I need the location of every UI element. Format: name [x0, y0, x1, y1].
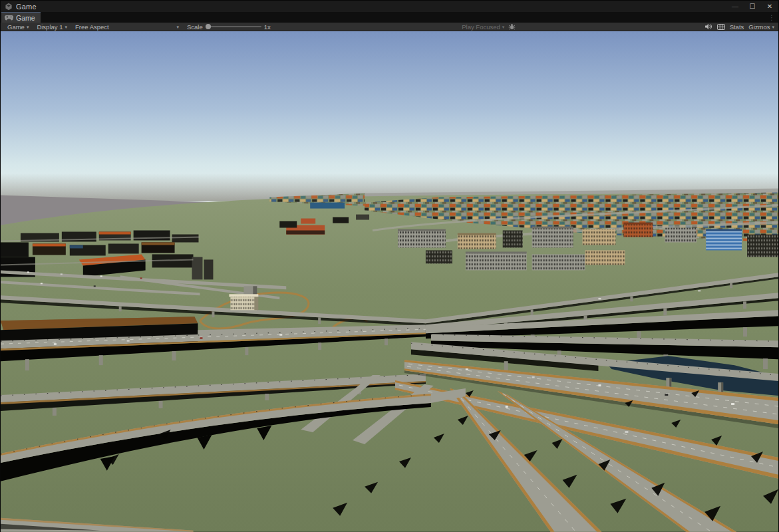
- chevron-down-icon: ▾: [772, 25, 774, 29]
- city-scene: [1, 31, 778, 532]
- tab-game[interactable]: Game: [1, 12, 41, 23]
- bug-icon[interactable]: [508, 23, 516, 31]
- chevron-down-icon: ▾: [502, 25, 505, 29]
- mute-audio-icon[interactable]: [704, 23, 712, 30]
- gizmos-dropdown[interactable]: Gizmos ▾: [748, 23, 774, 31]
- tab-label: Game: [16, 14, 35, 22]
- window-titlebar: Game — ☐ ✕: [1, 1, 778, 12]
- chevron-down-icon: ▾: [27, 25, 29, 29]
- window-title: Game: [16, 3, 37, 11]
- game-render-viewport[interactable]: [1, 31, 778, 532]
- grid-icon[interactable]: [717, 24, 725, 30]
- scale-slider[interactable]: [206, 26, 261, 27]
- stats-button[interactable]: Stats: [730, 23, 744, 31]
- maximize-button[interactable]: ☐: [744, 1, 761, 12]
- minimize-button[interactable]: —: [726, 1, 744, 12]
- scale-label: Scale: [187, 23, 203, 31]
- play-focused-dropdown[interactable]: Play Focused ▾: [458, 23, 508, 31]
- window-controls: — ☐ ✕: [726, 1, 778, 12]
- scale-slider-knob[interactable]: [206, 24, 211, 29]
- game-mode-dropdown[interactable]: Game ▾: [3, 23, 33, 31]
- scale-control: Scale 1x: [183, 23, 275, 31]
- display-dropdown[interactable]: Display 1 ▾: [33, 23, 71, 31]
- scale-value: 1x: [264, 23, 271, 31]
- aspect-ratio-dropdown[interactable]: Free Aspect ▾: [71, 23, 183, 31]
- gamepad-icon: [5, 15, 13, 21]
- unity-game-window: Game — ☐ ✕ Game ⋮ Game ▾ Display 1 ▾ Fre…: [0, 0, 779, 532]
- chevron-down-icon: ▾: [176, 25, 179, 29]
- tab-overflow-menu-icon[interactable]: ⋮: [765, 12, 778, 23]
- toolbar-right-group: Stats Gizmos ▾: [704, 23, 776, 31]
- chevron-down-icon: ▾: [65, 25, 67, 29]
- tab-bar: Game ⋮: [1, 12, 778, 23]
- game-view-toolbar: Game ▾ Display 1 ▾ Free Aspect ▾ Scale 1…: [1, 23, 778, 31]
- unity-logo-icon: [3, 2, 14, 11]
- close-button[interactable]: ✕: [761, 1, 778, 12]
